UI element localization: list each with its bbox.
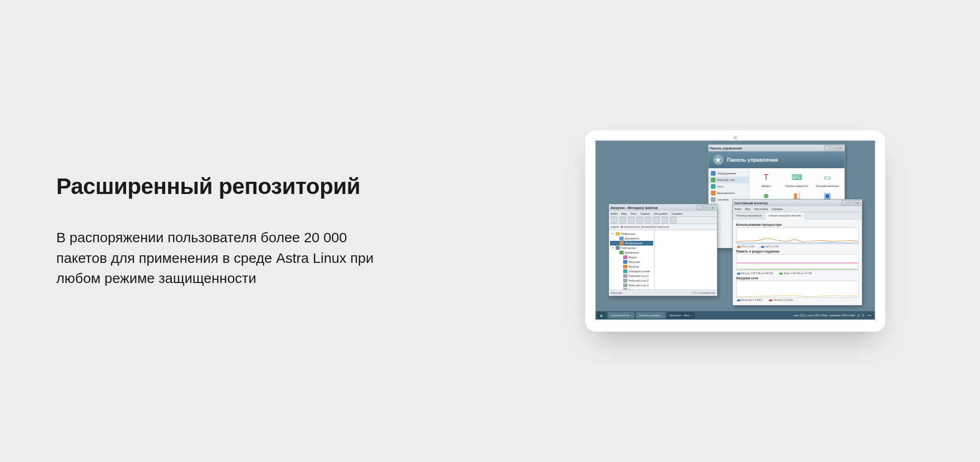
volume-icon[interactable]: 🔊: [857, 314, 860, 317]
search-icon[interactable]: [670, 217, 677, 224]
file-manager-menu[interactable]: ФайлВидСетьСервисНастройкаСправка: [609, 211, 717, 217]
tree-node[interactable]: Общедоступная: [610, 269, 653, 274]
menu-item[interactable]: Настройка: [654, 212, 668, 215]
minimize-icon[interactable]: _: [824, 145, 830, 151]
menu-item[interactable]: Настройка: [754, 208, 768, 210]
item-icon: T: [760, 171, 773, 184]
window-file-manager[interactable]: Загрузки - Менеджер файлов _ □ × ФайлВид…: [609, 204, 717, 296]
tree-node[interactable]: Изображения: [610, 241, 653, 246]
control-panel-category[interactable]: Безопасность: [709, 190, 749, 196]
maximize-icon[interactable]: □: [703, 205, 709, 210]
control-panel-category[interactable]: Рабочий стол: [709, 177, 749, 183]
menu-item[interactable]: Справка: [671, 212, 683, 215]
folder-icon: [623, 274, 627, 278]
item-icon: ⌨: [790, 171, 803, 184]
folder-icon: [623, 283, 627, 287]
category-icon: [711, 197, 716, 202]
maximize-icon[interactable]: □: [848, 200, 854, 206]
tree-node[interactable]: Рабочий стол 3: [610, 283, 653, 288]
expand-icon[interactable]: ▾: [611, 246, 614, 249]
folder-icon: [623, 265, 627, 268]
control-panel-category[interactable]: Сеть: [709, 183, 749, 190]
memory-legend: Memory: 0.05 ГиБ из 0.96 ГиБSwap: 0.06 Г…: [736, 272, 859, 275]
menu-item[interactable]: Файл: [611, 212, 618, 215]
control-panel-item[interactable]: ▭Настройка монитора: [813, 171, 842, 187]
tray-status-text: user SQL1 total 180 0 МиБ, Графика: 336.…: [794, 314, 855, 317]
tree-node[interactable]: Домашняя: [610, 250, 653, 255]
tree-node-label: Рабочий стол 1: [629, 275, 649, 277]
control-panel-item[interactable]: ⌨Горячие клавиши Fly: [783, 171, 811, 187]
star-icon: ★: [713, 155, 724, 165]
folder-icon: [616, 246, 620, 250]
view-icons-icon[interactable]: [653, 217, 660, 224]
window-controls[interactable]: _ □ ×: [824, 145, 843, 151]
legend-entry: CPU 1: 2.0%: [737, 246, 755, 248]
control-panel-header: ★ Панель управления: [709, 151, 844, 168]
maximize-icon[interactable]: □: [831, 145, 837, 151]
breadcrumb[interactable]: Адрес: ◀ Компьютер ▸ Домашняя ▸ Загрузки: [609, 224, 717, 230]
tree-node[interactable]: Рабочий стол 1: [610, 274, 653, 278]
folder-icon: [623, 279, 627, 283]
tab-system-load[interactable]: Общая загрузка системы: [765, 212, 805, 219]
category-label: Сеть: [717, 185, 724, 188]
menu-item[interactable]: Вид: [621, 212, 626, 215]
close-icon[interactable]: ×: [837, 145, 843, 151]
category-label: Рабочий стол: [717, 179, 735, 181]
laptop-mockup: Панель управления _ □ × ★ Панель управле…: [585, 130, 885, 332]
window-title: Загрузки - Менеджер файлов: [611, 206, 658, 209]
category-icon: [711, 171, 716, 176]
category-label: Система: [717, 198, 729, 201]
folder-contents[interactable]: [655, 230, 717, 290]
window-system-monitor[interactable]: Системный монитор _ □ × ФайлВидНастройка…: [732, 199, 862, 306]
taskbar-item-system-monitor[interactable]: Системный мо...: [608, 312, 635, 319]
status-item-count: ≡ 0 / 0 элементов: [692, 291, 715, 294]
close-icon[interactable]: ×: [710, 205, 716, 210]
menu-item[interactable]: Файл: [735, 208, 742, 210]
close-icon[interactable]: ×: [855, 200, 860, 206]
legend-entry: Receiving: 0.0 КиБ/с: [737, 299, 763, 301]
window-title: Панель управления: [710, 147, 742, 150]
tree-node[interactable]: Рабочий стол 2: [610, 278, 653, 283]
control-panel-category[interactable]: Оборудование: [709, 170, 749, 177]
language-indicator[interactable]: EN: [866, 313, 873, 317]
folder-tree[interactable]: ▾ИзбранноеДокументыИзображения▾Компьютер…: [609, 230, 655, 290]
menu-item[interactable]: Сервис: [640, 212, 650, 215]
system-monitor-menu[interactable]: ФайлВидНастройкаСправка: [733, 206, 862, 212]
minimize-icon[interactable]: _: [842, 200, 847, 206]
tree-node-label: Общедоступная: [629, 270, 650, 273]
control-panel-header-label: Панель управления: [727, 157, 778, 163]
expand-icon[interactable]: ▾: [611, 232, 614, 235]
up-icon[interactable]: [628, 217, 634, 224]
home-icon[interactable]: [636, 217, 643, 224]
file-manager-toolbar[interactable]: [609, 217, 717, 224]
tree-node-label: Документы: [625, 237, 640, 240]
menu-item[interactable]: Сеть: [630, 212, 636, 215]
folder-icon: [616, 232, 620, 236]
reload-icon[interactable]: [645, 217, 651, 224]
window-controls[interactable]: _ □ ×: [842, 200, 860, 206]
tab-processes[interactable]: Таблица процессов: [733, 212, 765, 219]
start-button[interactable]: ◐: [597, 312, 606, 319]
view-list-icon[interactable]: [662, 217, 668, 224]
tree-node[interactable]: Документы: [610, 236, 653, 241]
tree-node[interactable]: Музыка: [610, 264, 653, 269]
taskbar-item-control-panel[interactable]: Панель управле...: [636, 312, 665, 319]
menu-item[interactable]: Вид: [745, 208, 750, 210]
system-monitor-tabs[interactable]: Таблица процессов Общая загрузка системы: [733, 212, 862, 219]
taskbar[interactable]: ◐ Системный мо... Панель управле... Загр…: [596, 311, 875, 320]
control-panel-item[interactable]: TШрифты: [752, 171, 781, 187]
network-icon[interactable]: ⇅: [862, 314, 864, 317]
tree-node[interactable]: Видео: [610, 255, 653, 260]
cpu-chart: [736, 227, 859, 244]
window-controls[interactable]: _ □ ×: [697, 205, 716, 210]
taskbar-item-file-manager[interactable]: Загрузки – Мен...: [667, 312, 695, 319]
tree-node[interactable]: Загрузки: [610, 260, 653, 264]
tree-node[interactable]: ▾Избранное: [610, 231, 653, 236]
minimize-icon[interactable]: _: [697, 205, 702, 210]
tree-node-label: Видео: [629, 256, 637, 259]
tree-node[interactable]: ▾Компьютер: [610, 246, 653, 250]
forward-icon[interactable]: [619, 217, 626, 224]
back-icon[interactable]: [611, 217, 618, 224]
menu-item[interactable]: Справка: [772, 208, 783, 210]
system-tray[interactable]: user SQL1 total 180 0 МиБ, Графика: 336.…: [794, 313, 873, 317]
